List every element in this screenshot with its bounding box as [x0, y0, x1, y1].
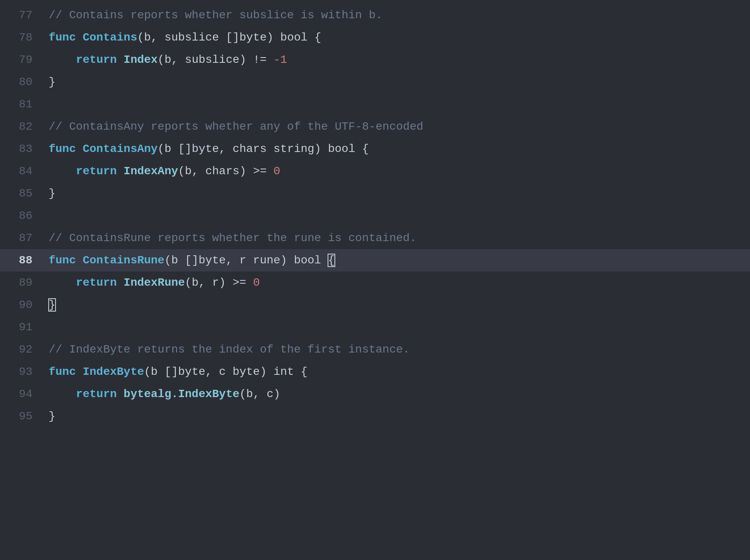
code-line-82: 82 // ContainsAny reports whether any of… [0, 115, 750, 138]
line-content-87: // ContainsRune reports whether the rune… [45, 229, 750, 247]
line-number-81: 81 [0, 96, 45, 113]
code-line-90: 90 } [0, 294, 750, 316]
line-number-79: 79 [0, 51, 45, 68]
code-line-95: 95 } [0, 405, 750, 427]
line-content-92: // IndexByte returns the index of the fi… [45, 341, 750, 358]
code-line-85: 85 } [0, 182, 750, 205]
line-number-89: 89 [0, 274, 45, 291]
line-number-88: 88 [0, 252, 45, 269]
line-content-88: func ContainsRune(b []byte, r rune) bool… [45, 252, 750, 269]
code-line-94: 94 return bytealg.IndexByte(b, c) [0, 383, 750, 405]
line-number-95: 95 [0, 408, 45, 425]
line-content-84: return IndexAny(b, chars) >= 0 [45, 162, 750, 180]
code-line-92: 92 // IndexByte returns the index of the… [0, 338, 750, 361]
line-content-95: } [45, 408, 750, 425]
code-line-87: 87 // ContainsRune reports whether the r… [0, 227, 750, 249]
line-content-93: func IndexByte(b []byte, c byte) int { [45, 363, 750, 380]
code-editor: 77 // Contains reports whether subslice … [0, 0, 750, 432]
line-number-80: 80 [0, 73, 45, 91]
line-number-83: 83 [0, 140, 45, 158]
line-number-84: 84 [0, 162, 45, 180]
line-number-94: 94 [0, 385, 45, 403]
line-number-93: 93 [0, 363, 45, 380]
code-line-89: 89 return IndexRune(b, r) >= 0 [0, 271, 750, 294]
code-line-86: 86 [0, 205, 750, 227]
line-number-86: 86 [0, 207, 45, 224]
line-content-83: func ContainsAny(b []byte, chars string)… [45, 140, 750, 158]
line-content-79: return Index(b, subslice) != -1 [45, 51, 750, 68]
code-line-88: 88 func ContainsRune(b []byte, r rune) b… [0, 249, 750, 271]
line-content-90: } [45, 296, 750, 314]
line-number-82: 82 [0, 118, 45, 135]
code-line-80: 80 } [0, 71, 750, 93]
line-number-78: 78 [0, 29, 45, 46]
line-number-87: 87 [0, 229, 45, 247]
code-line-93: 93 func IndexByte(b []byte, c byte) int … [0, 361, 750, 383]
line-content-89: return IndexRune(b, r) >= 0 [45, 274, 750, 291]
line-number-77: 77 [0, 6, 45, 24]
code-line-84: 84 return IndexAny(b, chars) >= 0 [0, 160, 750, 182]
line-number-85: 85 [0, 185, 45, 202]
code-line-91: 91 [0, 316, 750, 338]
code-line-77: 77 // Contains reports whether subslice … [0, 4, 750, 26]
line-number-92: 92 [0, 341, 45, 358]
line-number-90: 90 [0, 296, 45, 314]
code-line-78: 78 func Contains(b, subslice []byte) boo… [0, 26, 750, 49]
line-content-94: return bytealg.IndexByte(b, c) [45, 385, 750, 403]
line-content-77: // Contains reports whether subslice is … [45, 6, 750, 24]
line-content-78: func Contains(b, subslice []byte) bool { [45, 29, 750, 46]
line-content-85: } [45, 185, 750, 202]
code-line-83: 83 func ContainsAny(b []byte, chars stri… [0, 138, 750, 160]
line-number-91: 91 [0, 318, 45, 336]
line-content-82: // ContainsAny reports whether any of th… [45, 118, 750, 135]
code-line-81: 81 [0, 93, 750, 115]
code-line-79: 79 return Index(b, subslice) != -1 [0, 49, 750, 71]
line-content-80: } [45, 73, 750, 91]
